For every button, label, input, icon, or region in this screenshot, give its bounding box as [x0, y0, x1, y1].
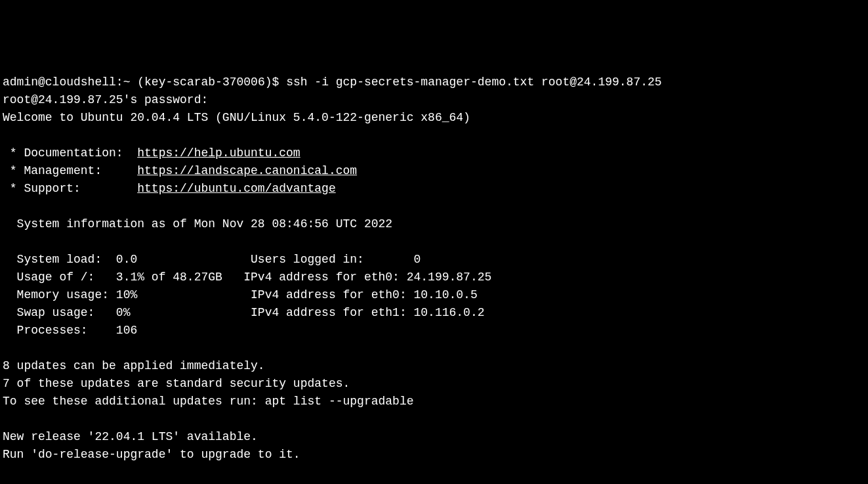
- mgmt-label: * Management:: [3, 164, 137, 177]
- support-label: * Support:: [3, 182, 137, 195]
- documentation-link[interactable]: https://help.ubuntu.com: [137, 146, 300, 160]
- welcome-message: Welcome to Ubuntu 20.04.4 LTS (GNU/Linux…: [3, 111, 470, 124]
- shell-prompt: admin@cloudshell:~ (key-scarab-370006)$: [3, 76, 279, 89]
- ssh-command: ssh -i gcp-secrets-manager-demo.txt root…: [286, 76, 662, 89]
- support-link[interactable]: https://ubuntu.com/advantage: [137, 182, 335, 195]
- updates-line: 7 of these updates are standard security…: [3, 377, 350, 390]
- password-prompt: root@24.199.87.25's password:: [3, 93, 208, 106]
- updates-line: To see these additional updates run: apt…: [3, 395, 414, 408]
- release-line: New release '22.04.1 LTS' available.: [3, 430, 258, 443]
- stat-line: Swap usage: 0% IPv4 address for eth1: 10…: [3, 306, 485, 319]
- updates-line: 8 updates can be applied immediately.: [3, 359, 265, 372]
- terminal-output[interactable]: admin@cloudshell:~ (key-scarab-370006)$ …: [3, 76, 662, 484]
- doc-label: * Documentation:: [3, 146, 137, 160]
- sysinfo-header: System information as of Mon Nov 28 08:4…: [3, 217, 392, 231]
- management-link[interactable]: https://landscape.canonical.com: [137, 164, 357, 177]
- stat-line: Processes: 106: [3, 324, 137, 337]
- stat-line: System load: 0.0 Users logged in: 0: [3, 253, 421, 266]
- release-line: Run 'do-release-upgrade' to upgrade to i…: [3, 448, 300, 461]
- stat-line: Memory usage: 10% IPv4 address for eth0:…: [3, 288, 478, 301]
- stat-line: Usage of /: 3.1% of 48.27GB IPv4 address…: [3, 271, 491, 284]
